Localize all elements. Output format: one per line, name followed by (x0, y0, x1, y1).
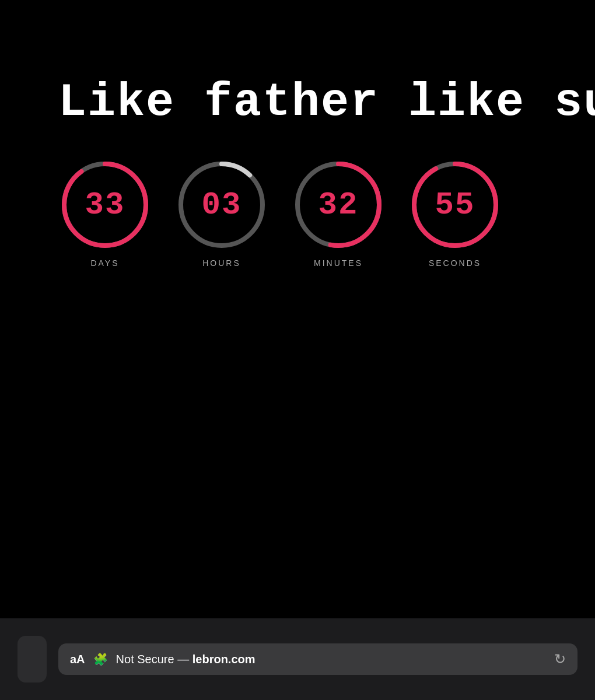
clock-unit-hours: 03 HOURS (175, 158, 268, 268)
countdown-row: 33 DAYS 03 HOURS 32 (58, 158, 502, 268)
puzzle-icon[interactable]: 🧩 (93, 652, 108, 666)
days-value: 33 (85, 187, 125, 223)
aa-label[interactable]: aA (70, 653, 85, 666)
clock-circle-seconds: 55 (408, 158, 502, 251)
clock-circle-minutes: 32 (292, 158, 385, 251)
clock-unit-minutes: 32 MINUTES (292, 158, 385, 268)
days-label: DAYS (90, 258, 119, 268)
clock-circle-days: 33 (58, 158, 152, 251)
address-left: aA 🧩 Not Secure — lebron.com (70, 652, 256, 666)
clock-circle-hours: 03 (175, 158, 268, 251)
reload-icon[interactable]: ↻ (554, 651, 566, 667)
browser-tab-left (18, 636, 47, 682)
seconds-label: SECONDS (429, 258, 481, 268)
minutes-value: 32 (318, 187, 359, 223)
address-plain: Not Secure — (116, 653, 192, 666)
hours-label: HOURS (202, 258, 241, 268)
browser-bar: aA 🧩 Not Secure — lebron.com ↻ (0, 618, 595, 700)
minutes-label: MINUTES (314, 258, 363, 268)
hours-value: 03 (202, 187, 242, 223)
clock-unit-days: 33 DAYS (58, 158, 152, 268)
address-bold: lebron.com (192, 653, 256, 666)
main-content: Like father like sun. 33 DAYS 03 (0, 0, 595, 618)
address-text: Not Secure — lebron.com (116, 653, 256, 666)
headline: Like father like sun. (58, 76, 595, 129)
browser-address-bar[interactable]: aA 🧩 Not Secure — lebron.com ↻ (58, 643, 578, 675)
clock-unit-seconds: 55 SECONDS (408, 158, 502, 268)
seconds-value: 55 (435, 187, 475, 223)
